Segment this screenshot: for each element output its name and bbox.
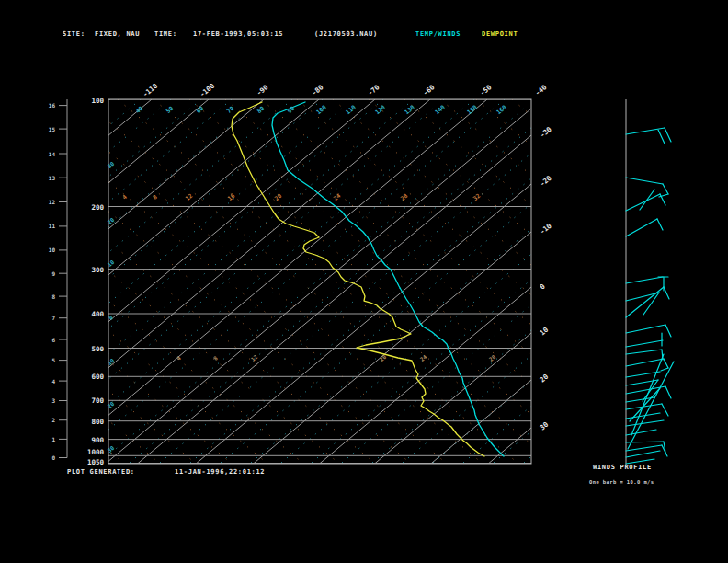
orange-isopleth-line xyxy=(0,99,196,464)
cyan-isopleth-label: 50 xyxy=(165,105,175,115)
wind-barb-segment xyxy=(626,451,660,457)
orange-isopleth-line xyxy=(154,99,590,464)
cyan-isopleth-line xyxy=(220,99,656,464)
orange-isopleth-line xyxy=(0,99,160,464)
wind-barb-segment xyxy=(626,219,657,236)
orange-isopleth-label: 8 xyxy=(152,193,159,201)
left-edge-isopleth-label: 30 xyxy=(106,444,115,454)
pressure-axis-label: 1000 xyxy=(87,448,105,456)
height-axis-label: 11 xyxy=(49,223,56,229)
tan-isopleth-label: 4 xyxy=(176,354,183,362)
wind-barb-segment xyxy=(661,368,668,371)
plot-frame xyxy=(108,99,531,464)
isotherm-label-top: -80 xyxy=(310,83,325,98)
orange-isopleth-line xyxy=(225,99,662,464)
cyan-isopleth-line xyxy=(98,99,535,464)
isotherm-label-top: -60 xyxy=(421,83,437,98)
wind-barb-segment xyxy=(664,287,669,299)
height-axis-label: 16 xyxy=(49,102,56,109)
orange-isopleth-line xyxy=(369,99,728,464)
left-edge-isopleth-label: 30 xyxy=(106,160,115,169)
cyan-isopleth-line xyxy=(0,99,141,464)
isotherm-line xyxy=(0,99,209,464)
orange-isopleth-line xyxy=(440,99,728,464)
orange-isopleth-line xyxy=(189,99,626,464)
isotherm-line xyxy=(488,428,531,464)
isotherm-label-right: 30 xyxy=(539,420,551,432)
cyan-isopleth-label: 70 xyxy=(225,105,235,115)
orange-isopleth-line xyxy=(46,99,483,464)
wind-barbs xyxy=(626,128,674,464)
wind-barb-segment xyxy=(657,219,663,230)
wind-barb-segment xyxy=(665,325,671,337)
height-axis-label: 6 xyxy=(51,337,55,343)
isotherm-label-top: -40 xyxy=(533,83,549,98)
temperature-trace xyxy=(272,102,504,456)
cyan-isopleth-label: 160 xyxy=(495,104,508,117)
plot-generated-label: PLOT GENERATED: xyxy=(67,468,135,476)
tan-isopleth-label: 24 xyxy=(418,353,427,362)
height-axis-label: 13 xyxy=(49,175,56,181)
plot-generated-value: 11-JAN-1996,22:01:12 xyxy=(175,468,265,476)
pressure-axis-label: 1050 xyxy=(87,458,105,466)
isotherm-label-top: -50 xyxy=(478,83,494,98)
pressure-axis-label: 300 xyxy=(91,266,104,274)
orange-isopleth-line xyxy=(261,99,698,464)
isotherm-label-top: -70 xyxy=(366,83,381,98)
sounding-screen: SITE: FIXED, NAU TIME: 17-FEB-1993,05:03… xyxy=(0,0,728,563)
pressure-axis-label: 200 xyxy=(91,203,104,212)
cyan-isopleth-line xyxy=(371,99,728,464)
orange-isopleth-line xyxy=(404,99,728,464)
cyan-isopleth-line xyxy=(341,99,728,464)
isotherm-line xyxy=(0,99,264,464)
orange-isopleth-label: 20 xyxy=(273,192,283,202)
left-edge-isopleth-label: 10 xyxy=(106,357,115,366)
isotherm-label-right: 20 xyxy=(539,373,551,385)
wind-barb-segment xyxy=(626,178,663,184)
cyan-isopleth-line xyxy=(7,99,444,464)
wind-barb-segment xyxy=(626,445,662,451)
height-axis-label: 5 xyxy=(51,357,55,363)
orange-isopleth-label: 4 xyxy=(121,193,129,201)
orange-isopleth-label: 12 xyxy=(184,192,194,202)
cyan-isopleth-label: 60 xyxy=(195,105,205,115)
wind-barb-segment xyxy=(626,340,663,347)
orange-isopleth-line xyxy=(118,99,554,464)
cyan-isopleth-line xyxy=(38,99,474,464)
orange-isopleth-line xyxy=(10,99,447,464)
orange-isopleth-label: 24 xyxy=(332,192,342,202)
isotherm-line xyxy=(431,380,531,464)
wind-barb-segment xyxy=(665,128,671,142)
wind-barb-segment xyxy=(658,130,665,144)
height-axis-label: 15 xyxy=(49,126,56,132)
pressure-axis-label: 900 xyxy=(91,436,104,444)
pressure-axis-label: 700 xyxy=(91,396,104,405)
height-axis-label: 8 xyxy=(51,293,55,300)
wind-barb-segment xyxy=(626,430,656,435)
orange-isopleth-line xyxy=(512,99,728,464)
height-axis-label: 4 xyxy=(51,378,55,385)
cyan-isopleth-line xyxy=(0,99,292,464)
cyan-isopleth-line xyxy=(189,99,626,464)
orange-isopleth-line xyxy=(333,99,728,464)
height-axis-label: 10 xyxy=(49,247,56,253)
height-axis-label: 1 xyxy=(51,436,55,442)
isotherm-line xyxy=(138,135,531,464)
left-edge-isopleth-label: 20 xyxy=(106,400,115,409)
orange-isopleth-line xyxy=(82,99,518,464)
pressure-axis-label: 600 xyxy=(91,373,104,381)
height-axis-label: 9 xyxy=(51,270,55,277)
cyan-isopleth-line xyxy=(402,99,728,464)
isotherm-label-right: -30 xyxy=(539,125,554,140)
cyan-isopleth-label: 130 xyxy=(404,104,416,117)
winds-profile-caption: One barb = 10.0 m/s xyxy=(589,479,654,485)
wind-barb-segment xyxy=(640,190,654,210)
cyan-isopleth-line xyxy=(159,99,596,464)
cyan-isopleth-label: 140 xyxy=(434,104,447,117)
wind-barb-segment xyxy=(665,386,671,398)
wind-barb-segment xyxy=(662,404,668,416)
orange-isopleth-line xyxy=(476,99,728,464)
pressure-axis-label: 800 xyxy=(91,418,104,426)
wind-barb-segment xyxy=(664,359,668,368)
wind-barb-segment xyxy=(628,362,674,449)
